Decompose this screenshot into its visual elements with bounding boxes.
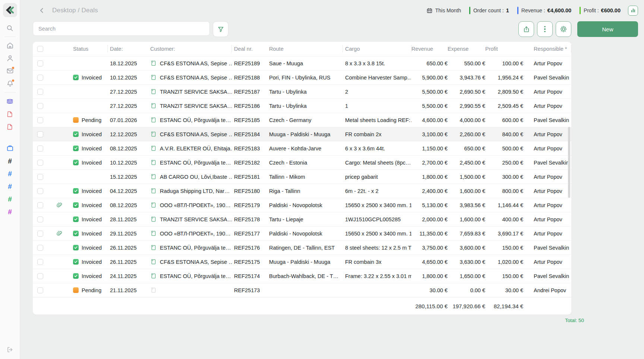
bell-icon[interactable] xyxy=(0,77,20,90)
column-header-route[interactable]: Route xyxy=(267,42,343,56)
customer-cell[interactable] xyxy=(148,287,232,293)
table-row[interactable]: Invoiced 10.12.2025 CF&S ESTONIA AS, Sep… xyxy=(33,70,571,84)
row-checkbox[interactable] xyxy=(37,131,43,137)
row-checkbox[interactable] xyxy=(37,89,43,95)
customer-cell[interactable]: Raduga Shipping LTD, Nar… xyxy=(148,188,232,194)
table-row[interactable]: Invoiced 10.12.2025 ESTANC OÜ, Põrguvälj… xyxy=(33,155,571,169)
customer-cell[interactable]: ESTANC OÜ, Põrguvälja te… xyxy=(148,117,232,123)
profit-cell: 30.00 € xyxy=(485,287,523,293)
search-input[interactable] xyxy=(38,26,204,32)
column-header-profit[interactable]: Profit xyxy=(485,42,523,56)
row-checkbox[interactable] xyxy=(37,117,43,123)
customer-cell[interactable]: ESTANC OÜ, Põrguvälja te… xyxy=(148,159,232,166)
customer-cell[interactable]: ООО «ВТЛ-ПРОЕКТ», 190… xyxy=(148,230,232,237)
row-checkbox[interactable] xyxy=(37,174,43,180)
table-row[interactable]: Invoiced 29.11.2025 ООО «ВТЛ-ПРОЕКТ», 19… xyxy=(33,226,571,240)
route-cell: Ratingen, DE - Tallinn, EST xyxy=(267,245,343,251)
table-row[interactable]: Pending 07.01.2026 ESTANC OÜ, Põrguvälja… xyxy=(33,113,571,127)
file-icon[interactable] xyxy=(0,120,20,133)
row-checkbox[interactable] xyxy=(37,60,43,66)
period-selector[interactable]: This Month xyxy=(426,7,461,14)
customer-cell[interactable]: TRANZIT SERVICE SAKSA… xyxy=(148,216,232,222)
more-menu-button[interactable] xyxy=(537,21,553,37)
layers-icon[interactable] xyxy=(0,95,20,107)
table-row[interactable]: Invoiced 28.11.2025 TRANZIT SERVICE SAKS… xyxy=(33,212,571,226)
row-checkbox[interactable] xyxy=(37,259,43,265)
person-icon[interactable] xyxy=(0,52,20,65)
customer-cell[interactable]: ООО «ВТЛ-ПРОЕКТ», 190… xyxy=(148,202,232,208)
back-button[interactable] xyxy=(37,5,47,16)
row-checkbox[interactable] xyxy=(37,160,43,166)
table-row[interactable]: Invoiced 04.12.2025 Raduga Shipping LTD,… xyxy=(33,184,571,198)
responsible-cell: Pavel Sevalkin xyxy=(523,117,571,123)
column-header-customer[interactable]: Customer: xyxy=(148,42,232,56)
row-checkbox[interactable] xyxy=(37,245,43,251)
table-row[interactable]: Invoiced 08.12.2025 A.V.R. ELEKTER OÜ, E… xyxy=(33,141,571,155)
folder-icon[interactable] xyxy=(0,142,20,154)
settings-button[interactable] xyxy=(556,21,571,37)
customer-cell[interactable]: CF&S ESTONIA AS, Sepise … xyxy=(148,131,232,137)
column-header-deal[interactable]: Deal nr. xyxy=(232,42,267,56)
customer-cell[interactable]: CF&S ESTONIA AS, Sepise … xyxy=(148,74,232,81)
column-header-revenue[interactable]: Revenue xyxy=(411,42,448,56)
app-logo[interactable] xyxy=(3,3,17,17)
row-checkbox[interactable] xyxy=(37,188,43,194)
hash-icon[interactable]: # xyxy=(0,154,20,167)
expense-cell: 2,450.00 € xyxy=(448,160,485,166)
customer-cell[interactable]: TRANZIT SERVICE SAKSA… xyxy=(148,103,232,109)
export-button[interactable] xyxy=(518,21,534,37)
row-checkbox[interactable] xyxy=(37,231,43,237)
row-checkbox[interactable] xyxy=(37,75,43,81)
customer-cell[interactable]: CF&S ESTONIA AS, Sepise … xyxy=(148,60,232,66)
table-row[interactable]: Invoiced 26.11.2025 ESTANC OÜ, Põrguvälj… xyxy=(33,240,571,255)
status-label: Pending xyxy=(82,117,101,123)
hash-icon[interactable]: # xyxy=(0,167,20,180)
column-header-cargo[interactable]: Cargo xyxy=(343,42,411,56)
table-row[interactable]: Invoiced 08.12.2025 ООО «ВТЛ-ПРОЕКТ», 19… xyxy=(33,198,571,212)
mail-icon[interactable] xyxy=(0,65,20,77)
table-row[interactable]: 27.12.2025 TRANZIT SERVICE SAKSA… REF251… xyxy=(33,99,571,113)
filter-button[interactable] xyxy=(213,21,228,37)
customer-cell[interactable]: CF&S ESTONIA AS, Sepise … xyxy=(148,259,232,265)
select-all-checkbox[interactable] xyxy=(37,46,43,52)
stat-bar-green xyxy=(469,7,470,14)
customer-cell[interactable]: TRANZIT SERVICE SAKSA… xyxy=(148,88,232,95)
row-checkbox[interactable] xyxy=(37,103,43,109)
row-checkbox[interactable] xyxy=(37,287,43,293)
table-scrollbar-thumb[interactable] xyxy=(568,127,570,198)
home-icon[interactable] xyxy=(0,39,20,52)
column-header-responsible[interactable]: Responsible * xyxy=(523,42,571,56)
customer-cell[interactable]: ESTANC OÜ, Põrguvälja te… xyxy=(148,244,232,251)
file-icon[interactable] xyxy=(0,107,20,120)
table-row[interactable]: 27.12.2025 TRANZIT SERVICE SAKSA… REF251… xyxy=(33,84,571,99)
hash-icon[interactable]: # xyxy=(0,205,20,218)
table-row[interactable]: Pending 21.11.2025 REF25173 30.00 € 0.00… xyxy=(33,283,571,297)
table-row[interactable]: Invoiced 26.11.2025 CF&S ESTONIA AS, Sep… xyxy=(33,255,571,269)
status-badge xyxy=(73,146,79,151)
hash-icon[interactable]: # xyxy=(0,193,20,205)
column-header-date[interactable]: Date: xyxy=(108,42,148,56)
search-icon[interactable] xyxy=(0,22,20,34)
table-row[interactable]: Invoiced 24.11.2025 ESTANC OÜ, Põrguvälj… xyxy=(33,269,571,283)
total-count-note: Total: 50 xyxy=(565,318,584,323)
hash-icon[interactable]: # xyxy=(0,180,20,193)
table-row[interactable]: 15.12.2025 AB CARGO OU, Lõvi,Ibaste … RE… xyxy=(33,169,571,184)
table-row[interactable]: Invoiced 12.12.2025 CF&S ESTONIA AS, Sep… xyxy=(33,127,571,141)
customer-cell[interactable]: A.V.R. ELEKTER OÜ, Ehitaja… xyxy=(148,145,232,152)
analytics-chart-button[interactable] xyxy=(628,6,638,16)
row-checkbox[interactable] xyxy=(37,273,43,279)
row-checkbox[interactable] xyxy=(37,146,43,152)
status-cell: Invoiced xyxy=(71,273,108,279)
customer-cell[interactable]: ESTANC OÜ, Põrguvälja te… xyxy=(148,273,232,279)
logout-icon[interactable] xyxy=(0,343,20,356)
new-deal-button[interactable]: New xyxy=(577,21,638,37)
status-badge xyxy=(73,259,79,265)
row-checkbox[interactable] xyxy=(37,202,43,208)
column-header-status[interactable]: Status xyxy=(71,42,108,56)
customer-name: ESTANC OÜ, Põrguvälja te… xyxy=(160,160,231,166)
table-row[interactable]: 18.12.2025 CF&S ESTONIA AS, Sepise … REF… xyxy=(33,56,571,70)
column-header-expense[interactable]: Expense xyxy=(448,42,485,56)
customer-cell[interactable]: AB CARGO OU, Lõvi,Ibaste … xyxy=(148,174,232,180)
row-checkbox[interactable] xyxy=(37,216,43,222)
search-box[interactable] xyxy=(33,21,210,36)
